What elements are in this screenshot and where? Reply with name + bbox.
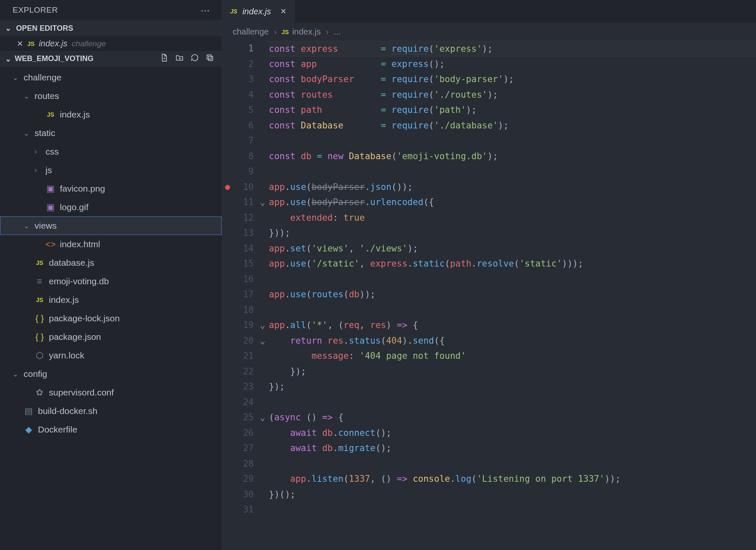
close-icon[interactable]: ✕ [280,7,287,16]
code-line[interactable]: const express = require('express'); [269,41,756,56]
code-line[interactable]: app.use(bodyParser.json()); [269,179,756,195]
line-number[interactable]: 24 [233,395,254,410]
line-number[interactable]: 30 [233,487,254,502]
tree-file-supervisord.conf[interactable]: ✿supervisord.conf [0,383,222,402]
breakpoint-gutter[interactable] [222,41,233,550]
code-line[interactable]: app.set('views', './views'); [269,241,756,256]
line-number[interactable]: 14 [233,241,254,256]
tree-file-logo.gif[interactable]: ▣logo.gif [0,198,222,216]
line-number[interactable]: 18 [233,302,254,318]
line-number[interactable]: 19 [233,318,254,333]
open-editor-item[interactable]: ✕ JS index.js challenge [0,36,222,51]
tree-folder-routes[interactable]: ⌄routes [0,87,222,105]
more-actions-icon[interactable]: ··· [201,4,214,16]
code-content[interactable]: const express = require('express');const… [269,41,756,550]
tree-folder-css[interactable]: ›css [0,142,222,161]
fold-gutter[interactable]: ⌄⌄⌄⌄ [256,41,269,550]
tree-file-index.js[interactable]: JSindex.js [0,105,222,124]
code-line[interactable]: app.all('*', (req, res) => { [269,318,756,333]
fold-chevron-icon[interactable]: ⌄ [260,320,265,330]
fold-chevron-icon[interactable]: ⌄ [260,336,265,346]
tree-file-build-docker.sh[interactable]: ▤build-docker.sh [0,402,222,420]
breakpoint-dot[interactable] [225,185,230,190]
line-number[interactable]: 26 [233,425,254,441]
line-number[interactable]: 27 [233,441,254,456]
line-number[interactable]: 12 [233,210,254,226]
code-line[interactable]: await db.connect(); [269,425,756,441]
workspace-header[interactable]: ⌄ WEB_EMOJI_VOTING [0,51,222,67]
close-icon[interactable]: ✕ [17,39,23,48]
code-line[interactable] [269,133,756,149]
code-line[interactable]: app.use(routes(db)); [269,287,756,302]
code-line[interactable]: const db = new Database('emoji-voting.db… [269,149,756,164]
code-line[interactable]: extended: true [269,210,756,226]
tree-file-index.html[interactable]: <>index.html [0,235,222,254]
code-line[interactable] [269,395,756,410]
line-number[interactable]: 21 [233,348,254,364]
code-line[interactable]: const Database = require('./database'); [269,118,756,133]
line-number[interactable]: 1 [233,41,254,56]
tree-folder-views[interactable]: ⌄views [0,216,222,235]
code-line[interactable]: app.use(bodyParser.urlencoded({ [269,195,756,210]
line-number[interactable]: 10 [233,179,254,195]
code-line[interactable] [269,302,756,318]
line-number[interactable]: 5 [233,102,254,118]
code-line[interactable]: const bodyParser = require('body-parser'… [269,72,756,87]
breadcrumb-folder[interactable]: challenge [233,27,269,37]
line-number[interactable]: 22 [233,364,254,379]
tree-folder-challenge[interactable]: ⌄challenge [0,68,222,87]
code-line[interactable]: const app = express(); [269,56,756,72]
tree-folder-config[interactable]: ⌄config [0,365,222,383]
new-file-icon[interactable] [160,53,169,64]
new-folder-icon[interactable] [175,53,184,64]
line-number[interactable]: 16 [233,272,254,287]
tree-file-Dockerfile[interactable]: ◆Dockerfile [0,420,222,439]
line-number[interactable]: 7 [233,133,254,149]
tree-file-yarn.lock[interactable]: ⬡yarn.lock [0,346,222,365]
line-number[interactable]: 3 [233,72,254,87]
line-number[interactable]: 17 [233,287,254,302]
line-number[interactable]: 29 [233,471,254,487]
code-line[interactable]: const path = require('path'); [269,102,756,118]
code-line[interactable]: app.listen(1337, () => console.log('List… [269,471,756,487]
code-line[interactable]: message: '404 page not found' [269,348,756,364]
line-number[interactable]: 25 [233,410,254,425]
tree-folder-static[interactable]: ⌄static [0,124,222,142]
line-number[interactable]: 31 [233,502,254,518]
line-number[interactable]: 13 [233,225,254,241]
line-number[interactable]: 15 [233,256,254,272]
code-line[interactable]: })); [269,225,756,241]
line-number-gutter[interactable]: 1234567891011121314151617181920212223242… [233,41,256,550]
code-line[interactable] [269,272,756,287]
line-number[interactable]: 8 [233,149,254,164]
tab-index-js[interactable]: JS index.js ✕ [222,0,295,23]
code-line[interactable] [269,456,756,472]
breadcrumb-file[interactable]: JS index.js [281,27,321,37]
tree-file-favicon.png[interactable]: ▣favicon.png [0,179,222,198]
refresh-icon[interactable] [190,53,199,64]
line-number[interactable]: 28 [233,456,254,472]
code-line[interactable]: }); [269,379,756,395]
tree-file-emoji-voting.db[interactable]: ≡emoji-voting.db [0,272,222,291]
line-number[interactable]: 6 [233,118,254,133]
line-number[interactable]: 4 [233,87,254,103]
code-line[interactable]: app.use('/static', express.static(path.r… [269,256,756,272]
line-number[interactable]: 20 [233,333,254,349]
line-number[interactable]: 11 [233,195,254,210]
code-line[interactable]: }); [269,364,756,379]
code-line[interactable]: return res.status(404).send({ [269,333,756,349]
line-number[interactable]: 23 [233,379,254,395]
breadcrumb-trail[interactable]: ... [334,27,341,37]
code-line[interactable] [269,502,756,518]
fold-chevron-icon[interactable]: ⌄ [260,197,265,207]
code-area[interactable]: 1234567891011121314151617181920212223242… [222,41,756,550]
tree-file-database.js[interactable]: JSdatabase.js [0,254,222,272]
open-editors-section[interactable]: ⌄ OPEN EDITORS [0,20,222,36]
tree-file-package-lock.json[interactable]: { }package-lock.json [0,309,222,328]
code-line[interactable]: (async () => { [269,410,756,425]
tree-file-package.json[interactable]: { }package.json [0,328,222,346]
tree-file-index.js[interactable]: JSindex.js [0,291,222,309]
line-number[interactable]: 2 [233,56,254,72]
breadcrumbs[interactable]: challenge › JS index.js › ... [222,23,756,41]
fold-chevron-icon[interactable]: ⌄ [260,412,265,422]
